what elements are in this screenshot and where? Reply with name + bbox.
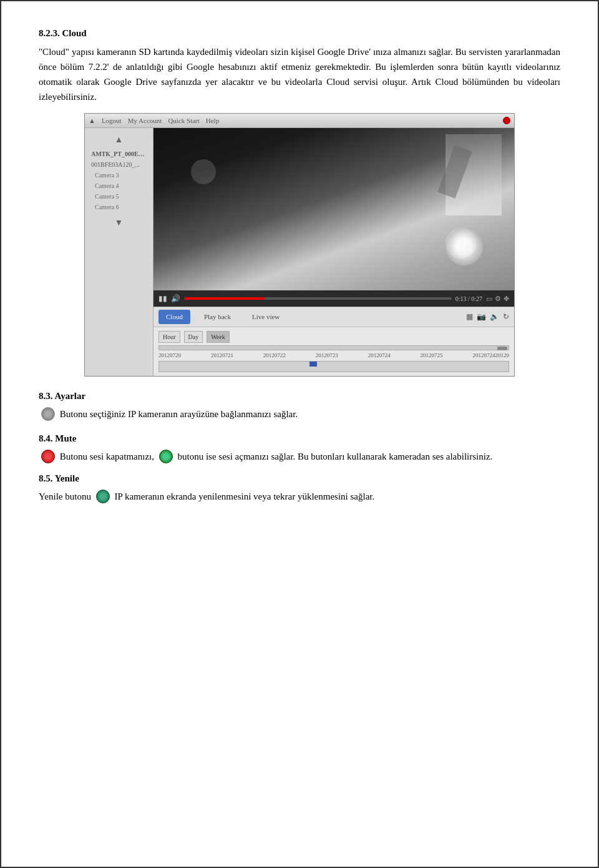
section-85-title: 8.5. Yenile <box>39 471 560 486</box>
scroll-thumb[interactable] <box>497 347 507 350</box>
section-84-content: Butonu sesi kapatmanızı, butonu ise sesi… <box>39 450 560 465</box>
unmute-icon-inline <box>159 450 173 463</box>
date-5: 20120725 <box>421 352 443 360</box>
volume-icon[interactable]: 🔊 <box>171 293 180 304</box>
sidebar-camera4[interactable]: Camera 4 <box>89 180 149 191</box>
menu-quickstart[interactable]: Quick Start <box>168 116 199 126</box>
settings-icon[interactable]: ⚙ <box>495 293 501 304</box>
expand-icon[interactable]: ✥ <box>504 293 509 304</box>
video-area <box>153 128 514 290</box>
fullscreen-icon[interactable]: ▭ <box>486 293 492 304</box>
screenshot-titlebar: ▲ Logout My Account Quick Start Help <box>85 114 514 129</box>
screenshot-main: ▮▮ 🔊 0:13 / 0:27 ▭ ⚙ ✥ Cloud Play back L… <box>153 128 514 376</box>
sidebar-camera5[interactable]: Camera 5 <box>89 191 149 202</box>
section-84-title: 8.4. Mute <box>39 432 560 446</box>
timeline-tab-day[interactable]: Day <box>184 331 203 343</box>
tab-cloud[interactable]: Cloud <box>158 310 190 324</box>
screenshot-body: ▲ AMTK_PT_000EA... 001BFE03A120_... Came… <box>85 128 514 376</box>
section-83-text: Butonu seçtiğiniz IP kameranın arayüzüne… <box>60 409 298 419</box>
timeline-tab-week[interactable]: Week <box>207 331 230 343</box>
date-0: 20120720 <box>158 352 181 360</box>
section-83-content: Butonu seçtiğiniz IP kameranın arayüzüne… <box>39 407 560 422</box>
date-2: 20120722 <box>263 352 286 360</box>
settings-icon-inline <box>41 407 55 421</box>
timeline-marker <box>309 362 317 372</box>
section-85-content: Yenile butonu IP kameranın ekranda yenil… <box>39 490 560 505</box>
tab-action-icons: ▦ 📷 🔈 ↻ <box>466 311 509 322</box>
playback-controls: ▮▮ 🔊 0:13 / 0:27 ▭ ⚙ ✥ <box>153 290 514 307</box>
menu-help[interactable]: Help <box>206 116 219 126</box>
progress-bar[interactable] <box>184 297 452 300</box>
timeline-tab-hour[interactable]: Hour <box>158 331 180 343</box>
section-85: 8.5. Yenile Yenile butonu IP kameranın e… <box>39 471 560 504</box>
mute-icon-inline <box>41 450 55 463</box>
refresh-tab-icon[interactable]: ↻ <box>503 311 509 322</box>
grid-icon[interactable]: ▦ <box>466 311 473 322</box>
section-84: 8.4. Mute Butonu sesi kapatmanızı, buton… <box>39 432 560 464</box>
progress-fill <box>184 297 265 300</box>
close-icon[interactable] <box>503 117 510 124</box>
section-84-text2: butonu ise sesi açmanızı sağlar. Bu buto… <box>177 451 492 461</box>
date-3: 20120723 <box>316 352 338 360</box>
section-cloud: 8.2.3. Cloud "Cloud" yapısı kameranın SD… <box>39 26 560 104</box>
marker-flag <box>309 362 317 367</box>
sidebar-camera2[interactable]: 001BFE03A120_... <box>89 159 149 170</box>
sidebar-camera3[interactable]: Camera 3 <box>89 170 149 180</box>
cloud-para1: "Cloud" yapısı kameranın SD kartında kay… <box>39 44 560 104</box>
section-85-text-before: Yenile butonu <box>39 491 91 501</box>
timeline-tabs: Hour Day Week <box>158 331 509 343</box>
timeline-area: Hour Day Week 20120720 20120721 20120722… <box>153 327 514 377</box>
timeline-bar[interactable] <box>158 361 509 372</box>
sidebar-down-arrow[interactable]: ▼ <box>89 216 149 229</box>
menu-logout[interactable]: Logout <box>102 116 122 126</box>
titlebar-left: ▲ Logout My Account Quick Start Help <box>89 116 219 126</box>
section-83: 8.3. Ayarlar Butonu seçtiğiniz IP kamera… <box>39 389 560 422</box>
timeline-ruler: 20120720 20120721 20120722 20120723 2012… <box>158 352 509 360</box>
sidebar-up-arrow[interactable]: ▲ <box>89 133 149 146</box>
menu-myaccount[interactable]: My Account <box>128 116 162 126</box>
section-84-text1: Butonu sesi kapatmanızı, <box>60 451 154 461</box>
titlebar-logo: ▲ <box>89 116 95 126</box>
sound-icon[interactable]: 🔈 <box>490 311 499 322</box>
pause-button[interactable]: ▮▮ <box>158 293 167 304</box>
section-85-text-after: IP kameranın ekranda yenilenmesini veya … <box>114 491 374 501</box>
refresh-icon-inline <box>96 490 110 503</box>
date-4: 20120724 <box>368 352 391 360</box>
sidebar-camera6[interactable]: Camera 6 <box>89 202 149 212</box>
date-1: 20120721 <box>211 352 233 360</box>
screenshot-container: ▲ Logout My Account Quick Start Help ▲ A… <box>84 113 515 377</box>
camera-sidebar: ▲ AMTK_PT_000EA... 001BFE03A120_... Came… <box>85 128 153 376</box>
view-tabs: Cloud Play back Live view ▦ 📷 🔈 ↻ <box>153 307 514 327</box>
cloud-title: 8.2.3. Cloud <box>39 26 560 41</box>
extra-controls: ▭ ⚙ ✥ <box>486 293 509 304</box>
timeline-scroll[interactable] <box>158 345 509 350</box>
time-display: 0:13 / 0:27 <box>455 294 482 303</box>
tab-playback[interactable]: Play back <box>197 310 238 324</box>
section-83-title: 8.3. Ayarlar <box>39 389 560 403</box>
tab-liveview[interactable]: Live view <box>245 310 287 324</box>
camera-feed <box>153 128 514 290</box>
camera-icon[interactable]: 📷 <box>477 311 486 322</box>
date-6: 2012072420120 <box>472 352 509 360</box>
sidebar-camera1[interactable]: AMTK_PT_000EA... <box>89 149 149 159</box>
